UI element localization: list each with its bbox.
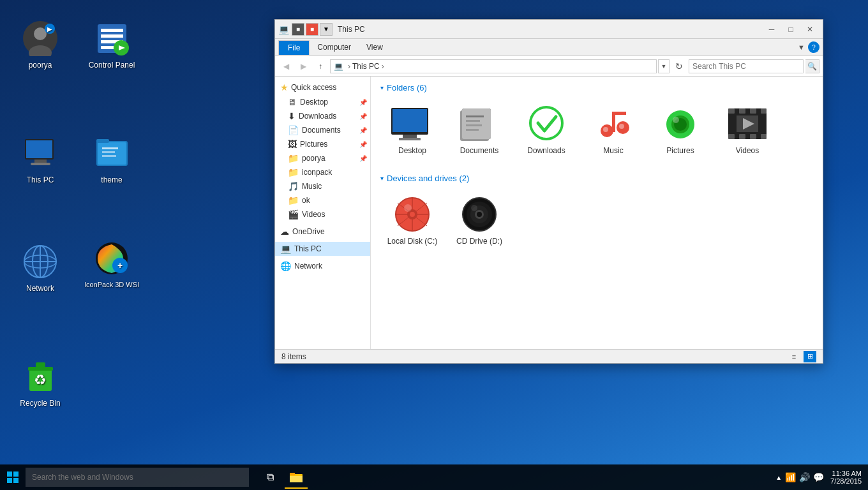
task-view-button[interactable]: ⧉ <box>258 466 281 489</box>
svg-rect-14 <box>34 160 47 163</box>
drives-section-header[interactable]: ▾ Devices and drives (2) <box>380 174 813 183</box>
svg-rect-36 <box>393 109 427 132</box>
start-button[interactable] <box>0 464 26 490</box>
folder-item-downloads[interactable]: Downloads <box>514 99 578 161</box>
explorer-body: ★ Quick access 🖥 Desktop 📌 ⬇ Downloads 📌… <box>275 77 823 349</box>
help-button[interactable]: ? <box>808 41 819 53</box>
taskbar: ⧉ ▲ 📶 🔊 💬 11:36 AM 7/28/2015 <box>0 464 868 490</box>
chevron-up-icon[interactable]: ▲ <box>775 474 782 481</box>
folders-section-header[interactable]: ▾ Folders (6) <box>380 83 813 93</box>
desktop-icon-this-pc[interactable]: This PC <box>11 134 69 184</box>
search-button[interactable]: 🔍 <box>805 59 819 73</box>
folder-item-pictures[interactable]: Pictures <box>648 99 712 161</box>
desktop-icon-iconpack[interactable]: + IconPack 3D WSI <box>83 239 140 288</box>
folder-item-documents[interactable]: Documents <box>447 99 511 161</box>
sidebar-item-network-label: Network <box>294 262 322 271</box>
volume-tray-icon[interactable]: 🔊 <box>799 472 810 482</box>
sidebar-item-downloads[interactable]: ⬇ Downloads 📌 <box>275 109 370 123</box>
list-view-button[interactable]: ≡ <box>788 351 800 362</box>
desktop-icon-recycle-bin[interactable]: ♻ Recycle Bin <box>11 357 69 408</box>
poorya-sidebar-icon: 📁 <box>288 153 299 163</box>
desktop-icon-iconpack-label: IconPack 3D WSI <box>84 281 139 288</box>
network-tray-icon[interactable]: 📶 <box>785 472 796 482</box>
grid-view-button[interactable]: ⊞ <box>804 351 816 362</box>
close-button[interactable]: ✕ <box>800 23 819 36</box>
svg-rect-59 <box>739 108 745 114</box>
desktop-sidebar-icon: 🖥 <box>288 97 297 107</box>
folder-item-videos[interactable]: Videos <box>715 99 779 161</box>
title-bar-tab-1[interactable]: ■ <box>292 23 304 36</box>
svg-rect-41 <box>462 108 491 139</box>
taskbar-time-label: 11:36 AM <box>830 470 862 477</box>
sidebar-item-music[interactable]: 🎵 Music <box>275 179 370 193</box>
svg-point-56 <box>673 117 679 123</box>
sidebar-item-videos-label: Videos <box>302 210 325 219</box>
svg-rect-13 <box>26 140 52 158</box>
sidebar-item-desktop[interactable]: 🖥 Desktop 📌 <box>275 95 370 109</box>
maximize-button[interactable]: □ <box>781 23 800 36</box>
drive-item-c[interactable]: Local Disk (C:) <box>380 189 444 251</box>
svg-rect-37 <box>403 135 417 138</box>
ribbon-tab-view[interactable]: View <box>359 40 391 54</box>
drive-item-d[interactable]: CD Drive (D:) <box>447 189 511 251</box>
desktop-icon-theme[interactable]: theme <box>83 134 140 184</box>
drives-chevron-icon: ▾ <box>380 175 384 182</box>
desktop-icon-poorya[interactable]: ▶ poorya <box>11 19 69 70</box>
svg-rect-44 <box>466 124 482 126</box>
videos-sidebar-icon: 🎬 <box>288 209 299 219</box>
ok-sidebar-icon: 📁 <box>288 195 299 205</box>
folder-item-desktop[interactable]: Desktop <box>380 99 444 161</box>
folder-label-documents: Documents <box>460 146 499 155</box>
taskbar-search[interactable] <box>26 468 249 487</box>
path-dropdown-button[interactable]: ▼ <box>658 59 670 73</box>
sidebar-item-ok-label: ok <box>302 196 310 205</box>
ribbon-tab-file[interactable]: File <box>278 40 310 55</box>
onedrive-icon: ☁ <box>280 226 289 237</box>
folder-item-music[interactable]: Music <box>581 99 645 161</box>
svg-rect-85 <box>13 471 19 477</box>
desktop-icon-network[interactable]: Network <box>11 242 69 293</box>
up-button[interactable]: ↑ <box>313 59 328 74</box>
sidebar-item-ok[interactable]: 📁 ok <box>275 193 370 207</box>
minimize-button[interactable]: ─ <box>762 23 781 36</box>
sidebar-item-poorya-label: poorya <box>302 154 326 163</box>
svg-text:+: + <box>117 260 122 271</box>
title-bar-tab-2[interactable]: ■ <box>306 23 318 36</box>
message-tray-icon[interactable]: 💬 <box>813 472 824 482</box>
documents-sidebar-icon: 📄 <box>288 125 299 135</box>
sidebar-section-quick-access: ★ Quick access 🖥 Desktop 📌 ⬇ Downloads 📌… <box>275 80 370 221</box>
taskbar-clock[interactable]: 11:36 AM 7/28/2015 <box>830 470 862 485</box>
sidebar-item-this-pc[interactable]: 💻 This PC <box>275 242 370 256</box>
address-path[interactable]: 💻 › This PC › <box>330 59 657 73</box>
folder-label-desktop: Desktop <box>398 146 426 155</box>
search-input[interactable] <box>689 59 804 73</box>
refresh-button[interactable]: ↻ <box>671 59 687 74</box>
sidebar-item-onedrive[interactable]: ☁ OneDrive <box>275 225 370 239</box>
svg-point-75 <box>410 212 415 217</box>
desktop-icon-poorya-label: poorya <box>29 61 52 70</box>
taskbar-file-explorer[interactable] <box>285 466 308 489</box>
svg-rect-87 <box>13 478 19 483</box>
sidebar-item-pictures[interactable]: 🖼 Pictures 📌 <box>275 137 370 151</box>
svg-rect-90 <box>290 473 295 475</box>
desktop-icon-control-panel[interactable]: Control Panel <box>83 19 140 70</box>
sidebar-section-network: 🌐 Network <box>275 259 370 273</box>
svg-rect-62 <box>728 134 735 139</box>
sidebar-item-poorya[interactable]: 📁 poorya 📌 <box>275 151 370 165</box>
breadcrumb-icon: 💻 <box>334 62 343 71</box>
drives-grid: Local Disk (C:) <box>380 189 813 251</box>
folder-label-music: Music <box>603 146 623 155</box>
title-bar-icon: 💻 <box>278 24 289 34</box>
forward-button[interactable]: ▶ <box>296 59 311 74</box>
sidebar-item-network[interactable]: 🌐 Network <box>275 259 370 273</box>
sidebar-header-quick-access[interactable]: ★ Quick access <box>275 80 370 95</box>
sidebar-item-desktop-label: Desktop <box>300 98 328 107</box>
title-bar-tab-pin[interactable]: ▼ <box>320 23 333 36</box>
folder-icon-desktop <box>390 105 435 143</box>
sidebar-item-videos[interactable]: 🎬 Videos <box>275 207 370 221</box>
sidebar-item-iconpack[interactable]: 📁 iconpack <box>275 165 370 179</box>
back-button[interactable]: ◀ <box>278 59 294 74</box>
ribbon-tab-computer[interactable]: Computer <box>310 40 359 54</box>
ribbon-expand[interactable]: ▼ ? <box>798 41 819 53</box>
sidebar-item-documents[interactable]: 📄 Documents 📌 <box>275 123 370 137</box>
